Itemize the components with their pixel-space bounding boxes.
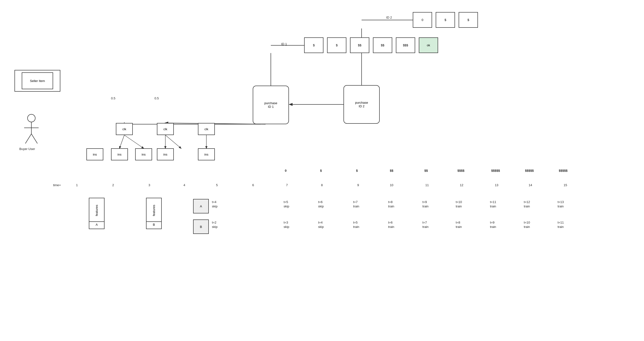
ins-box-1: ins	[86, 148, 103, 160]
a-cell-t10-action: train	[456, 205, 462, 208]
ins-box-3: ins	[135, 148, 152, 160]
a-cell-t9: t=9	[422, 200, 427, 204]
b-cell-t3: t=3	[284, 221, 288, 224]
a-initial-action: skip	[212, 205, 218, 208]
purchase-id2-label: purchaseID 2	[355, 101, 368, 108]
a-cell-t5-action: skip	[284, 205, 289, 208]
a-cell-t8: t=8	[388, 200, 392, 204]
svg-point-14	[28, 114, 35, 122]
clk-box-1: clk	[116, 123, 133, 135]
seller-item-inner: Seller Item	[22, 72, 53, 89]
id1-label: ID 1	[281, 42, 287, 46]
id1-box-dollar2: $	[327, 37, 346, 53]
time-10: 10	[390, 183, 393, 187]
features-box-a: features A	[89, 198, 104, 229]
features-box-b: features B	[146, 198, 162, 229]
id1-box-dollar1: $	[304, 37, 324, 53]
weight-05-left: 0.5	[111, 96, 116, 100]
features-label-a: features	[89, 200, 104, 221]
a-cell-t12: t=12	[524, 200, 530, 204]
purchase-id1-label: purchaseID 1	[264, 101, 277, 108]
time-label: time=	[53, 183, 61, 187]
diagram-container: Seller Item Buyer User purchaseID 1 purc…	[0, 0, 644, 341]
time-13: 13	[495, 183, 498, 187]
a-cell-t6-action: skip	[318, 205, 324, 208]
a-cell-t5: t=5	[284, 200, 288, 204]
b-cell-t6-action: train	[388, 225, 394, 229]
b-cell-t8-action: train	[456, 225, 462, 229]
a-cell-t9-action: train	[422, 205, 428, 208]
ins-box-2: ins	[111, 148, 128, 160]
a-cell-t10: t=10	[456, 200, 462, 204]
buyer-user-figure	[22, 113, 41, 145]
col-header-dollar1: $	[320, 169, 322, 172]
id1-box-ok: ok	[419, 37, 438, 53]
b-cell-t11-action: train	[558, 225, 564, 229]
col-header-5dollar3: $$$$$	[559, 169, 568, 172]
b-cell-t5: t=5	[353, 221, 358, 224]
b-cell-t11: t=11	[558, 221, 564, 224]
a-cell-t11: t=11	[490, 200, 496, 204]
b-cell-t10-action: train	[524, 225, 530, 229]
col-header-4dollar: $$$$	[458, 169, 464, 172]
time-1: 1	[76, 183, 78, 187]
b-cell-t5-action: train	[353, 225, 359, 229]
id2-box-0: 0	[413, 12, 432, 28]
b-cell-t10: t=10	[524, 221, 530, 224]
ins-box-4: ins	[157, 148, 174, 160]
a-cell-t12-action: train	[524, 205, 530, 208]
clk-box-3: clk	[198, 123, 215, 135]
a-cell-t6: t=6	[318, 200, 322, 204]
b-cell-t4: t=4	[318, 221, 322, 224]
time-2: 2	[112, 183, 114, 187]
b-cell-t3-action: skip	[284, 225, 289, 229]
col-header-dollar2: $	[356, 169, 358, 172]
b-cell-t9: t=9	[490, 221, 494, 224]
b-initial-action: skip	[212, 225, 218, 229]
col-header-doubledollar2: $$	[424, 169, 428, 172]
b-initial-t: t=2	[212, 221, 216, 224]
b-cell-t7: t=7	[422, 221, 427, 224]
purchase-id1-node: purchaseID 1	[253, 86, 289, 124]
col-header-0: 0	[285, 169, 286, 172]
col-header-5dollar2: $$$$$	[525, 169, 534, 172]
svg-line-8	[165, 123, 266, 124]
time-6: 6	[252, 183, 254, 187]
seller-item-label: Seller Item	[30, 79, 45, 83]
id2-box-dollar2: $	[458, 12, 478, 28]
b-cell-t6: t=6	[388, 221, 392, 224]
time-5: 5	[216, 183, 218, 187]
svg-line-9	[120, 135, 124, 148]
b-cell-t9-action: train	[490, 225, 496, 229]
svg-line-10	[124, 135, 144, 148]
time-9: 9	[357, 183, 359, 187]
b-cell-t8: t=8	[456, 221, 460, 224]
a-cell-t8-action: train	[388, 205, 394, 208]
a-cell-t7-action: train	[353, 205, 359, 208]
a-cell-t7: t=7	[353, 200, 358, 204]
time-8: 8	[321, 183, 323, 187]
a-cell-t13-action: train	[558, 205, 564, 208]
a-cell-t11-action: train	[490, 205, 496, 208]
clk-box-2: clk	[157, 123, 174, 135]
id2-label: ID 2	[386, 16, 392, 19]
time-15: 15	[564, 183, 567, 187]
id2-box-dollar1: $	[436, 12, 455, 28]
buyer-user-label: Buyer User	[19, 147, 35, 151]
time-11: 11	[425, 183, 429, 187]
id1-box-tripledollar: $$$	[396, 37, 415, 53]
feature-a-label: A	[89, 221, 104, 227]
features-label-b: features	[146, 200, 161, 221]
id1-box-doubledollar1: $$	[350, 37, 369, 53]
ins-box-5: ins	[198, 148, 215, 160]
b-cell-t7-action: train	[422, 225, 428, 229]
time-4: 4	[184, 183, 185, 187]
time-7: 7	[286, 183, 288, 187]
weight-05-right: 0.5	[154, 96, 159, 100]
svg-line-18	[32, 134, 38, 143]
b-cell-t4-action: skip	[318, 225, 324, 229]
time-12: 12	[460, 183, 463, 187]
feature-b-label: B	[146, 221, 161, 227]
svg-line-17	[25, 134, 32, 143]
a-cell-t13: t=13	[558, 200, 564, 204]
